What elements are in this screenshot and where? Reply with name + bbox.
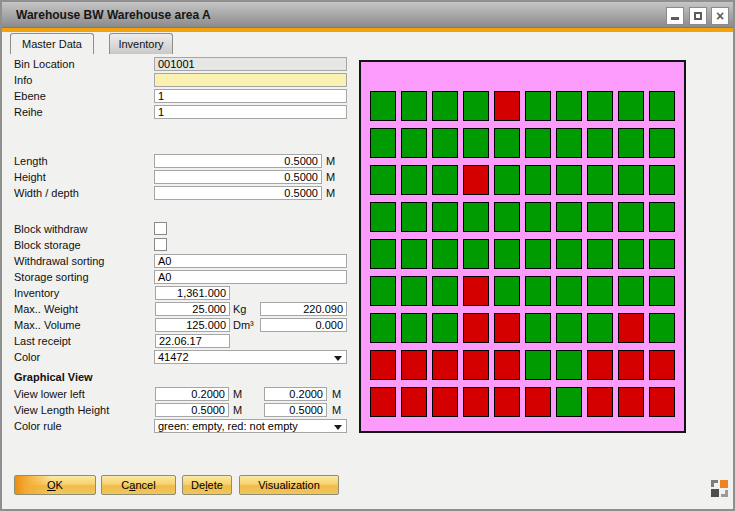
bin-cell-r2c9[interactable]: [618, 128, 644, 158]
bin-cell-r7c10[interactable]: [649, 313, 675, 343]
bin-cell-r7c2[interactable]: [401, 313, 427, 343]
bin-cell-r6c8[interactable]: [587, 276, 613, 306]
bin-cell-r2c7[interactable]: [556, 128, 582, 158]
bin-cell-r6c6[interactable]: [525, 276, 551, 306]
bin-cell-r6c9[interactable]: [618, 276, 644, 306]
bin-cell-r5c4[interactable]: [463, 239, 489, 269]
max-weight-field[interactable]: 25.000: [155, 302, 230, 316]
titlebar[interactable]: Warehouse BW Warehouse area A ×: [2, 2, 733, 28]
delete-button[interactable]: Delete: [182, 475, 232, 495]
close-button[interactable]: ×: [711, 7, 729, 25]
bin-cell-r8c3[interactable]: [432, 350, 458, 380]
bin-cell-r1c8[interactable]: [587, 91, 613, 121]
bin-cell-r2c3[interactable]: [432, 128, 458, 158]
bin-cell-r6c3[interactable]: [432, 276, 458, 306]
bin-cell-r5c1[interactable]: [370, 239, 396, 269]
bin-location-field[interactable]: 001001: [154, 57, 347, 71]
bin-cell-r1c9[interactable]: [618, 91, 644, 121]
bin-cell-r1c5[interactable]: [494, 91, 520, 121]
bin-cell-r5c8[interactable]: [587, 239, 613, 269]
bin-cell-r9c3[interactable]: [432, 387, 458, 417]
bin-cell-r9c5[interactable]: [494, 387, 520, 417]
bin-cell-r2c8[interactable]: [587, 128, 613, 158]
bin-cell-r8c1[interactable]: [370, 350, 396, 380]
max-volume-field2[interactable]: 0.000: [260, 318, 347, 332]
bin-cell-r3c7[interactable]: [556, 165, 582, 195]
bin-cell-r8c4[interactable]: [463, 350, 489, 380]
bin-cell-r1c2[interactable]: [401, 91, 427, 121]
last-receipt-field[interactable]: 22.06.17: [155, 334, 230, 348]
bin-cell-r6c1[interactable]: [370, 276, 396, 306]
bin-cell-r1c1[interactable]: [370, 91, 396, 121]
bin-cell-r5c2[interactable]: [401, 239, 427, 269]
bin-cell-r7c7[interactable]: [556, 313, 582, 343]
bin-cell-r8c5[interactable]: [494, 350, 520, 380]
info-field[interactable]: [154, 73, 347, 87]
reihe-field[interactable]: 1: [154, 105, 347, 119]
cancel-button[interactable]: Cancel: [101, 475, 176, 495]
bin-cell-r5c9[interactable]: [618, 239, 644, 269]
bin-cell-r4c9[interactable]: [618, 202, 644, 232]
bin-cell-r9c6[interactable]: [525, 387, 551, 417]
bin-cell-r4c2[interactable]: [401, 202, 427, 232]
view-length-height-field[interactable]: 0.5000: [155, 403, 229, 417]
bin-cell-r4c10[interactable]: [649, 202, 675, 232]
bin-cell-r6c4[interactable]: [463, 276, 489, 306]
bin-cell-r7c9[interactable]: [618, 313, 644, 343]
bin-cell-r7c1[interactable]: [370, 313, 396, 343]
bin-cell-r5c5[interactable]: [494, 239, 520, 269]
block-storage-checkbox[interactable]: [154, 238, 167, 251]
width-depth-field[interactable]: 0.5000: [154, 186, 322, 200]
bin-cell-r3c10[interactable]: [649, 165, 675, 195]
bin-cell-r9c7[interactable]: [556, 387, 582, 417]
view-lower-left-field2[interactable]: 0.2000: [264, 387, 327, 401]
visualization-button[interactable]: Visualization: [239, 475, 339, 495]
bin-cell-r3c4[interactable]: [463, 165, 489, 195]
bin-cell-r4c4[interactable]: [463, 202, 489, 232]
max-weight-field2[interactable]: 220.090: [260, 302, 347, 316]
bin-cell-r6c5[interactable]: [494, 276, 520, 306]
bin-cell-r8c9[interactable]: [618, 350, 644, 380]
bin-cell-r9c2[interactable]: [401, 387, 427, 417]
bin-cell-r4c3[interactable]: [432, 202, 458, 232]
bin-cell-r7c6[interactable]: [525, 313, 551, 343]
bin-cell-r2c6[interactable]: [525, 128, 551, 158]
bin-cell-r9c8[interactable]: [587, 387, 613, 417]
bin-cell-r1c4[interactable]: [463, 91, 489, 121]
color-dropdown[interactable]: 41472: [154, 350, 347, 364]
storage-sorting-field[interactable]: A0: [154, 270, 347, 284]
bin-cell-r5c10[interactable]: [649, 239, 675, 269]
view-length-height-field2[interactable]: 0.5000: [264, 403, 327, 417]
bin-cell-r9c1[interactable]: [370, 387, 396, 417]
ok-button[interactable]: OK: [14, 475, 96, 495]
bin-cell-r3c2[interactable]: [401, 165, 427, 195]
bin-cell-r4c5[interactable]: [494, 202, 520, 232]
bin-cell-r6c2[interactable]: [401, 276, 427, 306]
inventory-field[interactable]: 1,361.000: [155, 286, 230, 300]
bin-cell-r6c7[interactable]: [556, 276, 582, 306]
bin-cell-r2c4[interactable]: [463, 128, 489, 158]
tab-inventory[interactable]: Inventory: [109, 33, 173, 54]
bin-cell-r9c4[interactable]: [463, 387, 489, 417]
bin-cell-r1c3[interactable]: [432, 91, 458, 121]
bin-cell-r9c9[interactable]: [618, 387, 644, 417]
bin-cell-r7c4[interactable]: [463, 313, 489, 343]
bin-cell-r2c1[interactable]: [370, 128, 396, 158]
bin-cell-r8c6[interactable]: [525, 350, 551, 380]
bin-cell-r3c6[interactable]: [525, 165, 551, 195]
color-rule-dropdown[interactable]: green: empty, red: not empty: [154, 419, 347, 433]
bin-cell-r8c10[interactable]: [649, 350, 675, 380]
resize-grip-icon[interactable]: [711, 480, 728, 497]
ebene-field[interactable]: 1: [154, 89, 347, 103]
bin-cell-r4c7[interactable]: [556, 202, 582, 232]
bin-cell-r4c6[interactable]: [525, 202, 551, 232]
bin-cell-r7c3[interactable]: [432, 313, 458, 343]
minimize-button[interactable]: [666, 7, 684, 25]
bin-cell-r3c1[interactable]: [370, 165, 396, 195]
bin-cell-r4c1[interactable]: [370, 202, 396, 232]
tab-master-data[interactable]: Master Data: [10, 33, 94, 54]
bin-cell-r2c2[interactable]: [401, 128, 427, 158]
max-volume-field[interactable]: 125.000: [155, 318, 230, 332]
bin-cell-r6c10[interactable]: [649, 276, 675, 306]
bin-cell-r5c3[interactable]: [432, 239, 458, 269]
